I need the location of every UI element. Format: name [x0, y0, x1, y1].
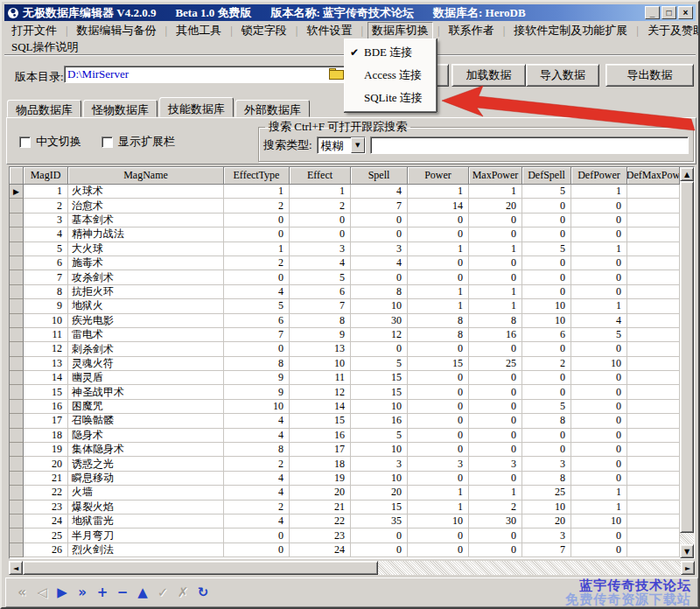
table-cell: 0	[571, 457, 627, 471]
close-icon[interactable]: ×	[678, 6, 693, 19]
column-header-DefSpell[interactable]: DefSpell	[522, 167, 571, 185]
table-cell: 21	[290, 500, 351, 514]
table-row[interactable]: 4精神力战法0000000	[10, 228, 680, 242]
table-row[interactable]: 18隐身术41650000	[10, 429, 680, 443]
table-row[interactable]: 5大火球1331151	[10, 242, 680, 256]
minimize-icon[interactable]: _	[645, 6, 660, 19]
chevron-down-icon[interactable]: ▼	[351, 137, 365, 153]
table-row[interactable]: 11雷电术791281665	[10, 328, 680, 342]
column-header-Power[interactable]: Power	[408, 167, 469, 185]
nav-last-button[interactable]: »	[75, 584, 89, 600]
table-row[interactable]: ▶1火球术1141151	[10, 185, 680, 199]
table-row[interactable]: 9地狱火571011101	[10, 299, 680, 313]
table-cell: 25	[469, 357, 522, 371]
table-row[interactable]: 7攻杀剑术0500000	[10, 270, 680, 284]
table-row[interactable]: 17召唤骷髅415160080	[10, 414, 680, 428]
column-header-selector[interactable]	[10, 167, 24, 185]
menu-item-3[interactable]: 其他工具	[172, 22, 226, 39]
version-dir-input[interactable]	[64, 66, 347, 83]
column-header-DefMaxPow[interactable]: DefMaxPow	[627, 167, 680, 185]
table-row[interactable]: 8抗拒火环4681100	[10, 285, 680, 299]
nav-next-button[interactable]: ▶	[55, 584, 69, 600]
table-row[interactable]: 3基本剑术0000000	[10, 214, 680, 228]
table-row[interactable]: 14幽灵盾911150000	[10, 371, 680, 385]
menu-item-sql[interactable]: SQL操作说明	[7, 38, 83, 56]
nav-edit-button[interactable]: ▲	[136, 584, 150, 600]
table-cell: 17	[290, 443, 351, 457]
show-extended-checkbox[interactable]: 显示扩展栏	[102, 134, 175, 150]
table-row[interactable]: 16困魔咒1014100050	[10, 400, 680, 414]
tab-1[interactable]: 物品数据库	[7, 100, 81, 117]
search-type-select[interactable]: 模糊 ▼	[317, 136, 366, 154]
table-row[interactable]: 19集体隐身术817100000	[10, 443, 680, 457]
scroll-right-icon[interactable]: ►	[681, 561, 695, 575]
tab-3[interactable]: 技能数据库	[159, 97, 234, 117]
table-cell	[627, 486, 680, 500]
nav-prior-button[interactable]: ◁	[35, 584, 49, 600]
tab-4[interactable]: 外部数据库	[235, 100, 310, 117]
tab-2[interactable]: 怪物数据库	[83, 100, 158, 117]
vertical-scrollbar[interactable]: ▲ ▼	[680, 167, 694, 558]
dropdown-item-1[interactable]: ✔BDE 连接	[345, 41, 436, 64]
column-header-Effect[interactable]: Effect	[290, 167, 351, 185]
column-header-EffectType[interactable]: EffectType	[224, 167, 290, 185]
table-row[interactable]: 25半月弯刀02300030	[10, 528, 680, 542]
table-cell: 1	[408, 185, 469, 199]
nav-cancel-button[interactable]: ✗	[176, 584, 190, 600]
chinese-toggle-label: 中文切换	[36, 134, 81, 150]
horizontal-scroll-thumb[interactable]	[23, 561, 378, 575]
menu-item-2[interactable]: 数据编辑与备份	[73, 22, 161, 39]
menu-item-6[interactable]: 数据库切换	[368, 22, 433, 39]
import-data-button[interactable]: 导入数据	[526, 64, 599, 87]
vertical-scroll-track[interactable]	[680, 533, 694, 544]
column-header-DefPower[interactable]: DefPower	[571, 167, 627, 185]
nav-delete-button[interactable]: −	[116, 584, 130, 600]
column-header-Spell[interactable]: Spell	[351, 167, 408, 185]
checkbox-icon[interactable]	[19, 136, 31, 148]
table-row[interactable]: 15神圣战甲术912150000	[10, 385, 680, 399]
menu-item-4[interactable]: 锁定字段	[237, 22, 291, 39]
table-cell	[627, 528, 680, 542]
column-header-MagID[interactable]: MagID	[24, 167, 68, 185]
table-row[interactable]: 13灵魂火符81051525210	[10, 357, 680, 371]
dropdown-item-2[interactable]: Access 连接	[345, 64, 436, 87]
load-data-button[interactable]: 加载数据	[452, 64, 526, 87]
vertical-scroll-thumb[interactable]	[680, 181, 694, 533]
horizontal-scrollbar[interactable]: ◄ ►	[9, 561, 695, 575]
maximize-icon[interactable]: □	[662, 6, 676, 19]
scroll-up-icon[interactable]: ▲	[680, 167, 694, 181]
checkbox-icon[interactable]	[102, 136, 113, 148]
table-row[interactable]: 20诱惑之光21833330	[10, 457, 680, 471]
menu-item-7[interactable]: 联系作者	[444, 22, 499, 39]
table-row[interactable]: 24地狱雷光4223510302010	[10, 514, 680, 528]
column-header-MagName[interactable]: MagName	[68, 167, 224, 185]
menu-item-5[interactable]: 软件设置	[302, 22, 356, 39]
scroll-left-icon[interactable]: ◄	[9, 561, 23, 575]
table-cell: 2	[522, 357, 571, 371]
horizontal-scroll-track[interactable]	[378, 561, 681, 575]
grid-body: ▶1火球术11411512治愈术2271420003基本剑术00000004精神…	[10, 185, 680, 557]
table-row[interactable]: 26烈火剑法02400070	[10, 543, 680, 557]
table-cell: 0	[351, 270, 408, 284]
nav-post-button[interactable]: ✓	[156, 584, 170, 600]
menu-item-8[interactable]: 接软件定制及功能扩展	[509, 22, 632, 39]
nav-first-button[interactable]: «	[15, 584, 29, 600]
search-input[interactable]	[370, 136, 689, 154]
nav-refresh-button[interactable]: ↻	[196, 584, 210, 600]
column-header-MaxPower[interactable]: MaxPower	[469, 167, 522, 185]
scroll-down-icon[interactable]: ▼	[680, 544, 694, 558]
dropdown-item-3[interactable]: SQLite 连接	[345, 87, 436, 109]
table-row[interactable]: 21瞬息移动419100080	[10, 472, 680, 486]
table-row[interactable]: 6施毒术2440000	[10, 256, 680, 270]
table-row[interactable]: 12刺杀剑术01300000	[10, 342, 680, 356]
export-data-button[interactable]: 导出数据	[606, 64, 694, 87]
menu-item-9[interactable]: 关于及赞助说明	[643, 22, 700, 39]
table-row[interactable]: 22火墙4202011251	[10, 486, 680, 500]
nav-insert-button[interactable]: +	[95, 584, 109, 600]
chinese-toggle-checkbox[interactable]: 中文切换	[19, 134, 81, 150]
table-row[interactable]: 10疾光电影683088104	[10, 314, 680, 328]
row-selector-cell	[10, 299, 24, 313]
table-row[interactable]: 23爆裂火焰2211512101	[10, 500, 680, 514]
menu-item-1[interactable]: 打开文件	[7, 22, 61, 39]
table-row[interactable]: 2治愈术227142000	[10, 199, 680, 213]
